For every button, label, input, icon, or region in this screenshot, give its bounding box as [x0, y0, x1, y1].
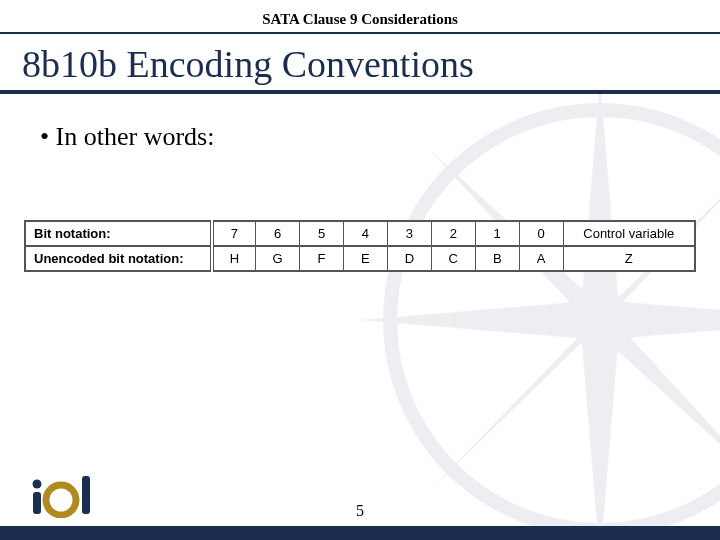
- cell: G: [256, 246, 300, 271]
- slide-number: 5: [0, 502, 720, 520]
- bullet-item: In other words:: [40, 122, 680, 152]
- table-row: Bit notation: 7 6 5 4 3 2 1 0 Control va…: [25, 221, 695, 246]
- body-area: In other words:: [0, 94, 720, 152]
- table-row: Unencoded bit notation: H G F E D C B A …: [25, 246, 695, 271]
- cell: 4: [343, 221, 387, 246]
- bottom-bar: [0, 526, 720, 540]
- cell: B: [475, 246, 519, 271]
- cell: 0: [519, 221, 563, 246]
- cell: H: [212, 246, 256, 271]
- cell: 1: [475, 221, 519, 246]
- header-strip: SATA Clause 9 Considerations: [0, 0, 720, 34]
- encoding-table: Bit notation: 7 6 5 4 3 2 1 0 Control va…: [24, 220, 696, 272]
- cell: C: [431, 246, 475, 271]
- cell: F: [300, 246, 344, 271]
- row-label: Unencoded bit notation:: [25, 246, 212, 271]
- cell: 6: [256, 221, 300, 246]
- cell: 5: [300, 221, 344, 246]
- cell: A: [519, 246, 563, 271]
- cell: E: [343, 246, 387, 271]
- cell: 7: [212, 221, 256, 246]
- cell: 2: [431, 221, 475, 246]
- header-text: SATA Clause 9 Considerations: [262, 11, 458, 28]
- cell: D: [387, 246, 431, 271]
- slide-title: 8b10b Encoding Conventions: [22, 42, 698, 86]
- row-label: Bit notation:: [25, 221, 212, 246]
- title-bar: 8b10b Encoding Conventions: [0, 34, 720, 94]
- control-cell: Control variable: [563, 221, 695, 246]
- svg-point-5: [33, 480, 42, 489]
- control-cell: Z: [563, 246, 695, 271]
- cell: 3: [387, 221, 431, 246]
